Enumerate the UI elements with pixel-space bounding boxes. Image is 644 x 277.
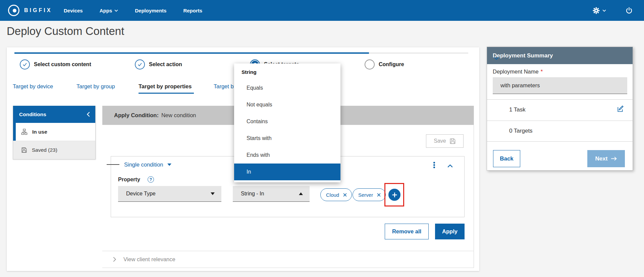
operator-select-value: String - In: [241, 191, 299, 197]
step-pending-icon: [365, 59, 375, 70]
deployment-summary-title: Deployment Summary: [493, 52, 553, 59]
step-complete-icon: [135, 59, 145, 70]
task-count: 1 Task: [509, 106, 526, 113]
page-title: Deploy Custom Content: [7, 25, 124, 38]
content-right-border: [474, 106, 474, 268]
tab-target-by-properties[interactable]: Target by properties: [139, 83, 192, 90]
stepper-progress-line: [14, 52, 369, 54]
view-client-relevance-toggle[interactable]: View client relevance: [102, 251, 474, 268]
divider: [487, 141, 633, 142]
nav-item-apps[interactable]: Apps: [100, 8, 118, 13]
property-label: Property: [118, 177, 140, 183]
dropdown-option-not-equals[interactable]: Not equals: [234, 96, 340, 113]
dropdown-option-in[interactable]: In: [234, 164, 340, 180]
power-icon: [626, 7, 633, 14]
conditions-item-saved[interactable]: Saved (23): [13, 141, 95, 159]
divider: [487, 121, 633, 121]
chip-label: Cloud: [326, 192, 339, 198]
next-button[interactable]: Next: [587, 150, 625, 167]
conditions-item-label: In use: [32, 129, 47, 135]
step-label: Configure: [379, 61, 404, 67]
deployment-name-input[interactable]: [493, 77, 627, 94]
dropdown-option-starts-with[interactable]: Starts with: [234, 130, 340, 147]
chip-label: Server: [358, 192, 373, 198]
deployment-summary-header: Deployment Summary: [487, 47, 633, 64]
conditions-item-in-use[interactable]: In use: [13, 123, 95, 141]
nav-item-label: Reports: [183, 8, 202, 13]
operator-dropdown: String Equals Not equals Contains Starts…: [234, 63, 340, 182]
close-icon[interactable]: [343, 193, 347, 197]
check-icon: [22, 61, 28, 67]
value-chip-cloud[interactable]: Cloud: [320, 188, 352, 201]
bigfix-logo-icon: [8, 5, 19, 16]
help-icon[interactable]: ?: [148, 176, 154, 183]
next-button-label: Next: [595, 155, 608, 162]
operator-select[interactable]: String - In: [233, 186, 310, 202]
save-icon: [21, 147, 27, 153]
nav-right: [593, 0, 633, 21]
back-button[interactable]: Back: [493, 150, 520, 167]
step-label: Select custom content: [34, 61, 91, 67]
condition-type-label: Single condition: [124, 161, 163, 168]
conditions-panel-header: Conditions: [13, 106, 95, 123]
remove-all-button[interactable]: Remove all: [385, 224, 429, 239]
check-icon: [137, 61, 143, 67]
targets-count: 0 Targets: [509, 128, 533, 134]
view-client-relevance-label: View client relevance: [123, 256, 175, 263]
required-marker: *: [541, 68, 543, 75]
conditions-title: Conditions: [19, 111, 87, 118]
tab-target-by-fourth[interactable]: Target b: [214, 83, 234, 90]
step-configure[interactable]: Configure: [365, 59, 404, 70]
plus-icon: [392, 192, 397, 198]
step-complete-icon: [20, 59, 30, 70]
apply-condition-prefix: Apply Condition:: [114, 112, 159, 119]
step-select-custom-content[interactable]: Select custom content: [20, 59, 91, 70]
caret-down-icon: [167, 164, 171, 166]
nav-item-label: Deployments: [135, 8, 166, 13]
settings-menu[interactable]: [593, 7, 606, 14]
nav-item-reports[interactable]: Reports: [183, 8, 202, 13]
divider: [487, 99, 633, 100]
property-select-value: Device Type: [126, 191, 211, 197]
nav-menu: Devices Apps Deployments Reports: [64, 0, 202, 21]
add-value-button[interactable]: [388, 189, 400, 201]
condition-card-dash: [107, 164, 119, 165]
nav-item-deployments[interactable]: Deployments: [135, 8, 166, 13]
logout-button[interactable]: [626, 7, 633, 14]
nav-item-devices[interactable]: Devices: [64, 8, 83, 13]
bigfix-logo[interactable]: BIGFIX: [8, 0, 52, 21]
top-nav: BIGFIX Devices Apps Deployments Reports: [0, 0, 644, 21]
conditions-panel: Conditions In use Sa: [13, 106, 96, 159]
value-chip-server[interactable]: Server: [353, 188, 386, 201]
close-icon[interactable]: [377, 193, 381, 197]
apply-condition-name: New condition: [161, 112, 196, 119]
chevron-down-icon: [602, 9, 606, 12]
save-button-label: Save: [434, 138, 446, 144]
step-label: Select action: [149, 61, 182, 67]
chevron-down-icon[interactable]: [494, 55, 499, 61]
brand-name: BIGFIX: [24, 7, 52, 13]
property-select[interactable]: Device Type: [118, 186, 221, 202]
edit-icon[interactable]: [617, 105, 624, 114]
deployment-name-label: Deployment Name*: [493, 68, 543, 75]
nav-item-label: Devices: [64, 8, 83, 13]
kebab-menu-icon[interactable]: [433, 162, 435, 168]
save-icon: [449, 138, 456, 144]
collapse-chevron-up-icon[interactable]: [447, 163, 453, 169]
tab-target-by-group[interactable]: Target by group: [76, 83, 115, 90]
hierarchy-icon: [21, 129, 28, 135]
tab-target-by-device[interactable]: Target by device: [13, 83, 53, 90]
active-tab-underline: [139, 93, 194, 94]
chevron-down-icon: [114, 9, 118, 12]
dropdown-option-equals[interactable]: Equals: [234, 80, 340, 96]
condition-type-select[interactable]: Single condition: [124, 161, 171, 168]
dropdown-option-contains[interactable]: Contains: [234, 113, 340, 130]
step-select-action[interactable]: Select action: [135, 59, 182, 70]
dropdown-option-ends-with[interactable]: Ends with: [234, 147, 340, 164]
caret-down-icon: [211, 192, 215, 195]
collapse-chevron-left-icon[interactable]: [87, 112, 90, 117]
apply-button[interactable]: Apply: [435, 224, 465, 239]
save-button[interactable]: Save: [426, 134, 464, 148]
dropdown-group-label: String: [234, 63, 340, 80]
app-root: BIGFIX Devices Apps Deployments Reports: [0, 0, 644, 277]
